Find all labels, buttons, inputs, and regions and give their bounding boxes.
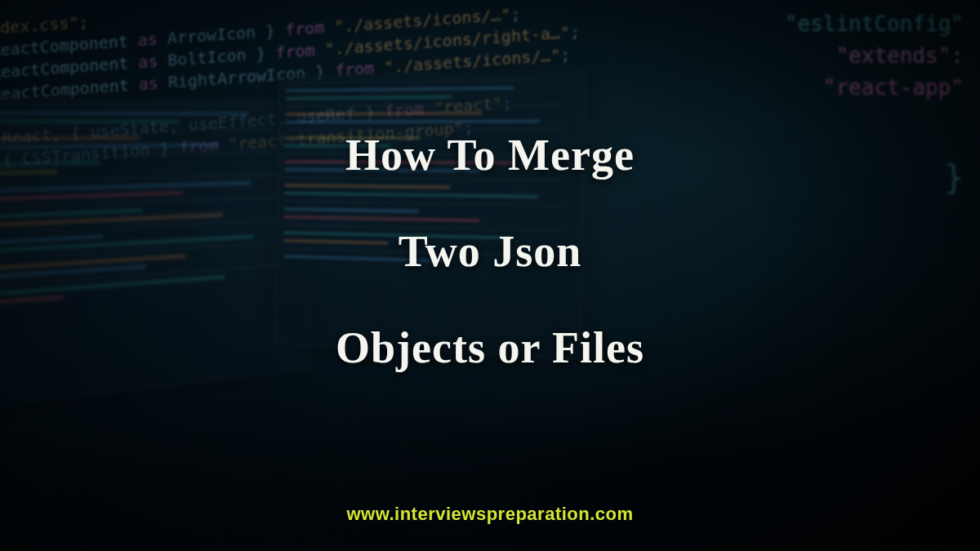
title-line-1: How To Merge bbox=[345, 130, 635, 180]
title-line-2: Two Json bbox=[399, 226, 582, 277]
watermark-url: www.interviewspreparation.com bbox=[0, 504, 980, 525]
title-line-3: Objects or Files bbox=[336, 322, 644, 373]
title-block: How To Merge Two Json Objects or Files bbox=[0, 0, 980, 551]
